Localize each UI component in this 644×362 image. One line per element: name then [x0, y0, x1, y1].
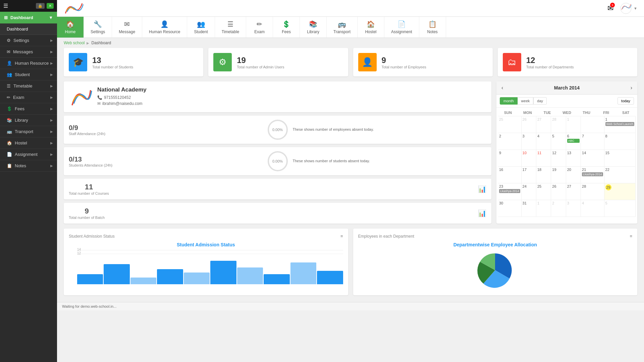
sidebar-item-dashboard-active[interactable]: Dashboard: [0, 23, 57, 35]
tab-timetable[interactable]: ☰ Timetable: [215, 17, 246, 38]
cal-day-mar21[interactable]: 21Lkashya-2014: [581, 167, 604, 183]
cal-day-apr2[interactable]: 2: [551, 200, 566, 217]
staff-att-desc: These shows number of employees absent t…: [293, 127, 487, 132]
cal-day-mar30[interactable]: 30: [498, 200, 522, 217]
cal-day-mar17[interactable]: 17: [522, 167, 536, 183]
sidebar-item-notes[interactable]: 📋 Notes ▶: [0, 160, 57, 172]
cal-day-mar22[interactable]: 22: [604, 167, 636, 183]
tab-message[interactable]: ✉ Message: [112, 17, 142, 38]
bar-4: [157, 269, 183, 284]
cal-day-mar11[interactable]: 11: [536, 150, 551, 167]
tab-student[interactable]: 👥 Student: [187, 17, 215, 38]
event-lkashya-2: Lkashya-2014: [499, 189, 520, 193]
tab-assignment[interactable]: 📄 Assignment: [384, 17, 419, 38]
sidebar-item-student[interactable]: 👥 Student ▶: [0, 69, 57, 80]
admission-panel-title: Student Admission Status: [69, 234, 115, 239]
user-avatar[interactable]: ▼: [620, 3, 637, 14]
lock-icon[interactable]: 🔒: [36, 3, 45, 9]
tab-exam[interactable]: ✏ Exam: [246, 17, 273, 38]
cal-day-mar12[interactable]: 12: [551, 150, 566, 167]
cal-day-mar7[interactable]: 7: [581, 133, 604, 150]
cal-day-mar5[interactable]: 5: [551, 133, 566, 150]
sidebar-item-hostel[interactable]: 🏠 Hostel ▶: [0, 137, 57, 149]
dept-chart-header: Employees in each Department ≡: [358, 234, 633, 239]
breadcrumb-root[interactable]: Web school: [64, 41, 85, 45]
status-text: Waiting for demo.web-school.in...: [62, 304, 116, 308]
tab-fees[interactable]: 💲 Fees: [273, 17, 300, 38]
breadcrumb-sep: ▶: [87, 41, 89, 45]
cal-day-feb25[interactable]: 25: [498, 116, 522, 133]
tab-home[interactable]: 🏠 Home: [57, 17, 84, 38]
cal-day-mar27[interactable]: 27: [566, 183, 581, 200]
cal-day-mar29[interactable]: 29: [604, 183, 636, 200]
cal-prev-button[interactable]: ‹: [501, 85, 503, 91]
sidebar-item-settings[interactable]: ⚙ Settings ▶: [0, 35, 57, 46]
sidebar-item-exam[interactable]: ✏ Exam ▶: [0, 92, 57, 103]
cal-day-mar9[interactable]: 9: [498, 150, 522, 167]
cal-day-mar26[interactable]: 26: [551, 183, 566, 200]
cal-day-apr3[interactable]: 3: [566, 200, 581, 217]
timetable-arrow: ▶: [50, 84, 53, 88]
sidebar-item-messages[interactable]: ✉ Messages ▶: [0, 46, 57, 58]
cal-day-apr5[interactable]: 5: [604, 200, 636, 217]
cal-day-mar2[interactable]: 2: [498, 133, 522, 150]
cal-day-mar24[interactable]: 24: [522, 183, 536, 200]
cal-week-button[interactable]: week: [518, 97, 534, 105]
cal-day-mar15[interactable]: 15: [604, 150, 636, 167]
cal-day-mar18[interactable]: 18: [536, 167, 551, 183]
cal-day-apr1[interactable]: 1: [536, 200, 551, 217]
cal-day-feb26[interactable]: 26: [522, 116, 536, 133]
cal-today-button[interactable]: today: [618, 97, 634, 105]
departments-icon-box: 🗂: [503, 53, 521, 71]
courses-number: 11: [69, 183, 109, 191]
cal-day-empty1[interactable]: [581, 116, 604, 133]
cal-day-mar1-2[interactable]: 1Web School Launch: [604, 116, 636, 133]
cal-day-mar14[interactable]: 14: [581, 150, 604, 167]
dept-menu-icon[interactable]: ≡: [630, 234, 632, 239]
tab-library[interactable]: 📚 Library: [300, 17, 327, 38]
library-icon: 📚: [7, 118, 12, 123]
tab-human-resource[interactable]: 👤 Human Resource: [142, 17, 187, 38]
close-icon[interactable]: ✕: [47, 3, 54, 9]
notification-icon[interactable]: ✉ 9: [607, 4, 613, 13]
cal-day-mar10[interactable]: 10: [522, 150, 536, 167]
tab-transport[interactable]: 🚌 Transport: [327, 17, 358, 38]
cal-day-mar8[interactable]: 8: [604, 133, 636, 150]
admission-menu-icon[interactable]: ≡: [340, 234, 343, 239]
cal-next-button[interactable]: ›: [631, 85, 632, 91]
settings-arrow: ▶: [50, 39, 53, 42]
cal-day-mar4[interactable]: 4: [536, 133, 551, 150]
hamburger-icon[interactable]: ☰: [3, 3, 8, 9]
sidebar-item-library[interactable]: 📚 Library ▶: [0, 115, 57, 126]
phone-icon: 📞: [97, 95, 102, 100]
tab-settings[interactable]: 🔧 Settings: [84, 17, 112, 38]
sidebar-dashboard-section[interactable]: ⊞ Dashboard ▼: [0, 12, 57, 23]
sidebar-item-transport[interactable]: 🚌 Transport ▶: [0, 126, 57, 137]
courses-chart-icon[interactable]: 📊: [478, 185, 486, 193]
batch-chart-icon[interactable]: 📊: [478, 209, 486, 217]
cal-day-mar23[interactable]: 23Lkashya-2014: [498, 183, 522, 200]
cal-day-mar25[interactable]: 25: [536, 183, 551, 200]
pie-svg: [470, 250, 520, 290]
cal-day-mar16[interactable]: 16: [498, 167, 522, 183]
cal-day-mar20[interactable]: 20: [566, 167, 581, 183]
cal-day-mar1-1[interactable]: 1: [566, 116, 581, 133]
sidebar-item-timetable[interactable]: ☰ Timetable ▶: [0, 80, 57, 92]
cal-day-apr4[interactable]: 4: [581, 200, 604, 217]
cal-month-button[interactable]: month: [500, 97, 518, 105]
tab-notes[interactable]: 📋 Notes: [419, 17, 446, 38]
cal-day-mar19[interactable]: 19: [551, 167, 566, 183]
tab-hostel[interactable]: 🏠 Hostel: [358, 17, 384, 38]
cal-day-feb28[interactable]: 28: [551, 116, 566, 133]
sidebar-item-fees[interactable]: 💲 Fees ▶: [0, 103, 57, 115]
sidebar-item-human-resource[interactable]: 👤 Human Resource ▶: [0, 58, 57, 69]
sidebar-item-assignment[interactable]: 📄 Assignment ▶: [0, 149, 57, 160]
cal-day-mar28[interactable]: 28: [581, 183, 604, 200]
cal-day-mar13[interactable]: 13: [566, 150, 581, 167]
cal-day-mar31[interactable]: 31: [522, 200, 536, 217]
batch-card: 9 Total number of Batch 📊: [64, 203, 491, 224]
cal-day-mar3[interactable]: 3: [522, 133, 536, 150]
cal-day-feb27[interactable]: 27: [536, 116, 551, 133]
cal-day-button[interactable]: day: [533, 97, 547, 105]
cal-day-mar6[interactable]: 6ABC: [566, 133, 581, 150]
